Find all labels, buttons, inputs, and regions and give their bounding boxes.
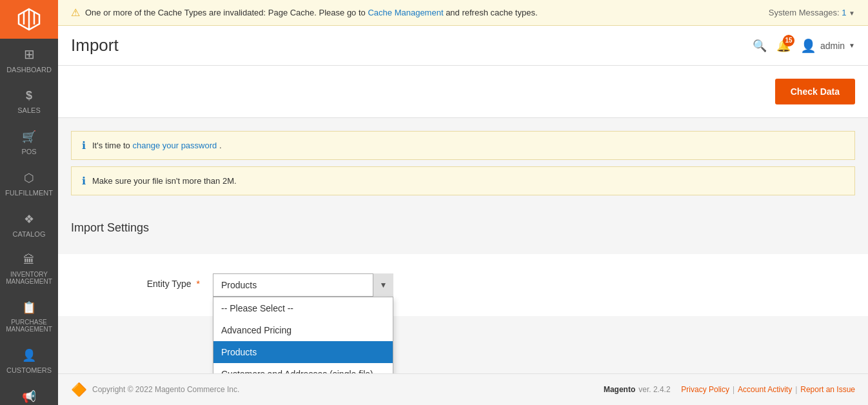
sidebar-item-fulfillment[interactable]: ⬡ FULFILLMENT	[0, 163, 58, 202]
inventory-icon: 🏛	[23, 253, 35, 267]
sidebar-item-purchase[interactable]: 📋 PURCHASE MANAGEMENT	[0, 293, 58, 338]
change-password-link[interactable]: change your password	[132, 141, 217, 150]
privacy-policy-link[interactable]: Privacy Policy	[681, 385, 729, 394]
password-banner-text: It's time to change your password .	[92, 141, 222, 150]
sidebar-item-sales[interactable]: $ SALES	[0, 81, 58, 119]
entity-type-row: Entity Type * -- Please Select --Advance…	[58, 267, 868, 303]
page-title: Import	[71, 35, 119, 55]
dropdown-item[interactable]: Customers and Addresses (single file)	[213, 363, 393, 373]
fulfillment-icon: ⬡	[24, 171, 34, 185]
system-messages: System Messages: 1 ▼	[769, 8, 855, 17]
sales-icon: $	[26, 89, 32, 103]
select-wrapper: -- Please Select --Advanced PricingProdu…	[213, 273, 393, 297]
import-settings-title: Import Settings	[58, 208, 868, 241]
warning-text: One or more of the Cache Types are inval…	[85, 8, 538, 17]
sidebar-item-pos[interactable]: 🛒 POS	[0, 122, 58, 161]
report-issue-link[interactable]: Report an Issue	[800, 385, 855, 394]
dropdown-item[interactable]: Advanced Pricing	[213, 319, 393, 341]
header-actions: 🔍 🔔 15 👤 admin ▼	[753, 38, 855, 54]
info-icon-1: ℹ	[82, 139, 86, 152]
footer-links: Magento ver. 2.4.2 Privacy Policy | Acco…	[604, 385, 855, 394]
dashboard-icon: ⊞	[24, 46, 35, 62]
main-content: ⚠ One or more of the Cache Types are inv…	[58, 0, 868, 405]
notification-badge: 15	[783, 35, 794, 46]
warning-bar-left: ⚠ One or more of the Cache Types are inv…	[71, 6, 538, 19]
footer-magento-label: Magento	[604, 385, 635, 394]
customers-icon: 👤	[22, 348, 36, 362]
required-indicator: *	[197, 279, 200, 289]
sidebar-item-catalog[interactable]: ❖ CATALOG	[0, 204, 58, 243]
cache-management-link[interactable]: Cache Management	[368, 8, 443, 17]
dropdown-item[interactable]: -- Please Select --	[213, 297, 393, 319]
sidebar-item-inventory[interactable]: 🏛 INVENTORY MANAGEMENT	[0, 246, 58, 290]
user-menu-button[interactable]: 👤 admin ▼	[800, 38, 855, 54]
account-activity-link[interactable]: Account Activity	[738, 385, 792, 394]
content-area: Check Data ℹ It's time to change your pa…	[58, 66, 868, 373]
dropdown-arrow-icon: ▼	[849, 10, 855, 17]
user-dropdown-icon: ▼	[849, 42, 855, 49]
info-icon-2: ℹ	[82, 175, 86, 187]
header-bar: Import 🔍 🔔 15 👤 admin ▼	[58, 26, 868, 66]
dropdown-item[interactable]: Products	[213, 341, 393, 363]
user-avatar-icon: 👤	[800, 38, 816, 54]
sidebar: ⊞ DASHBOARD $ SALES 🛒 POS ⬡ FULFILLMENT …	[0, 0, 58, 405]
filesize-banner-text: Make sure your file isn't more than 2M.	[92, 176, 237, 186]
warning-bar: ⚠ One or more of the Cache Types are inv…	[58, 0, 868, 26]
system-messages-count-link[interactable]: 1	[842, 8, 846, 17]
footer-logo: 🔶 Copyright © 2022 Magento Commerce Inc.	[71, 382, 239, 397]
marketing-icon: 📢	[22, 390, 36, 404]
purchase-icon: 📋	[22, 301, 36, 315]
sidebar-item-dashboard[interactable]: ⊞ DASHBOARD	[0, 39, 58, 79]
check-data-button[interactable]: Check Data	[775, 79, 855, 104]
catalog-icon: ❖	[24, 212, 34, 226]
info-banners: ℹ It's time to change your password . ℹ …	[58, 118, 868, 208]
info-banner-filesize: ℹ Make sure your file isn't more than 2M…	[71, 166, 855, 195]
sidebar-item-customers[interactable]: 👤 CUSTOMERS	[0, 341, 58, 379]
entity-type-label: Entity Type *	[71, 273, 200, 289]
notification-button[interactable]: 🔔 15	[776, 39, 791, 53]
entity-type-dropdown[interactable]: -- Please Select --Advanced PricingProdu…	[213, 297, 393, 373]
footer-version: ver. 2.4.2	[638, 385, 670, 394]
footer-copyright: Copyright © 2022 Magento Commerce Inc.	[92, 385, 239, 394]
search-button[interactable]: 🔍	[753, 39, 767, 53]
warning-icon: ⚠	[71, 6, 80, 19]
entity-type-select[interactable]: -- Please Select --Advanced PricingProdu…	[213, 273, 393, 297]
sidebar-logo	[0, 0, 58, 39]
sidebar-item-marketing[interactable]: 📢 MARKETING	[0, 382, 58, 405]
pos-icon: 🛒	[22, 130, 36, 144]
footer: 🔶 Copyright © 2022 Magento Commerce Inc.…	[58, 373, 868, 405]
search-icon: 🔍	[753, 39, 767, 52]
check-data-section: Check Data	[58, 66, 868, 118]
user-label: admin	[820, 41, 845, 51]
info-banner-password: ℹ It's time to change your password .	[71, 131, 855, 160]
entity-type-field: -- Please Select --Advanced PricingProdu…	[213, 273, 393, 297]
footer-logo-icon: 🔶	[71, 382, 87, 397]
